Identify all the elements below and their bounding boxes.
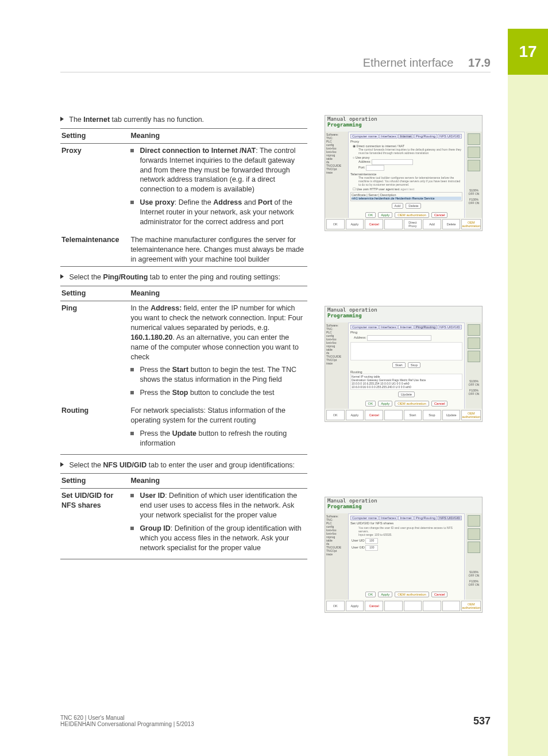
screenshot-internet-tab: Manual operation Programming Software: T…: [325, 115, 483, 231]
bullet-icon: [60, 117, 64, 121]
right-toolbar[interactable]: S100% OFF ON F100% OFF ON: [466, 132, 482, 219]
chapter-tab: 17: [508, 29, 548, 75]
file-tree[interactable]: Software: TNC: PLC config lost+fou lost+…: [325, 132, 349, 219]
proxy-direct-item: Direct connection to Internet /NAT: The …: [130, 146, 306, 194]
section-number: 17.9: [468, 56, 491, 69]
screenshot-nfs-uid-gid-tab: Manual operation Programming Software:TN…: [325, 497, 483, 613]
page-number: 537: [473, 715, 491, 727]
col-meaning-header: Meaning: [129, 286, 307, 301]
file-tree[interactable]: Software:TNC:PLCconfiglost+foulost+founc…: [325, 513, 349, 601]
stop-button[interactable]: Stop: [408, 362, 420, 368]
file-tree[interactable]: Software:TNC:PLCconfiglost+foulost+founc…: [325, 323, 349, 410]
col-setting-header: Setting: [60, 128, 129, 143]
ping-start-item: Press the Start button to begin the test…: [130, 365, 306, 385]
intro-nfs-uid-gid: Select the NFS UID/GID tab to enter the …: [60, 460, 307, 470]
footer-line-1: TNC 620 | User's Manual: [60, 715, 194, 721]
section-title: Ethernet interface: [363, 56, 454, 69]
delete-button[interactable]: Delete: [406, 203, 421, 209]
intro-internet-tab: The Internet tab currently has no functi…: [60, 115, 307, 125]
ok-button[interactable]: OK: [365, 592, 376, 597]
col-setting-header: Setting: [60, 286, 129, 301]
softkey-bar[interactable]: OK Apply Cancel Direct Proxy Add Delete …: [325, 218, 482, 231]
start-button[interactable]: Start: [392, 362, 406, 368]
oem-auth-button[interactable]: OEM authorization: [395, 401, 429, 406]
user-gid-input[interactable]: 100: [365, 545, 378, 551]
setting-uid-gid: Set UID/GID for NFS shares: [60, 489, 129, 559]
meaning-telemaintenance: The machine manufacturer configures the …: [129, 233, 307, 267]
col-meaning-header: Meaning: [129, 128, 307, 143]
ok-button[interactable]: OK: [365, 401, 376, 406]
apply-button[interactable]: Apply: [378, 401, 392, 406]
footer-line-2: HEIDENHAIN Conversational Programming | …: [60, 721, 194, 727]
meaning-uid-gid: User ID: Definition of which user identi…: [129, 489, 307, 559]
right-toolbar[interactable]: S100% OFF ON F100% OFF ON: [466, 513, 482, 601]
softkey-bar[interactable]: OK Apply Cancel OEM authorization: [325, 600, 482, 612]
add-button[interactable]: Add: [392, 203, 404, 209]
setting-ping: Ping: [60, 301, 129, 404]
apply-button[interactable]: Apply: [378, 592, 392, 597]
cancel-button[interactable]: Cancel: [431, 401, 448, 406]
routing-update-item: Press the Update button to refresh the r…: [130, 429, 306, 448]
proxy-useproxy-item: Use proxy: Define the Address and Port o…: [130, 198, 306, 227]
side-stripe: [508, 75, 548, 756]
proxy-section-label: Proxy: [350, 140, 462, 143]
table-proxy-telemaintenance: Setting Meaning Proxy Direct connection …: [60, 128, 307, 267]
bullet-icon: [60, 462, 64, 467]
group-id-item: Group ID: Definition of the group identi…: [130, 524, 306, 553]
main-content: The Internet tab currently has no functi…: [60, 115, 307, 565]
meaning-routing: For network specialists: Status informat…: [129, 404, 307, 454]
programming-label: Programming: [327, 122, 480, 128]
bullet-icon: [60, 274, 64, 279]
page-header: Ethernet interface 17.9: [60, 56, 491, 72]
intro-ping-routing: Select the Ping/Routing tab to enter the…: [60, 273, 307, 282]
setting-telemaintenance: Telemaintenance: [60, 233, 129, 267]
table-ping-routing: Setting Meaning Ping In the Address: fie…: [60, 286, 307, 454]
table-nfs-uid-gid: Setting Meaning Set UID/GID for NFS shar…: [60, 473, 307, 559]
right-toolbar[interactable]: S100% OFF ON F100% OFF ON: [466, 323, 482, 410]
page-footer: TNC 620 | User's Manual HEIDENHAIN Conve…: [60, 715, 491, 727]
col-meaning-header: Meaning: [129, 474, 307, 489]
update-button[interactable]: Update: [398, 392, 415, 397]
softkey-bar[interactable]: OK Apply Cancel Start Stop Update OEM au…: [325, 409, 482, 421]
cancel-button[interactable]: Cancel: [431, 592, 448, 597]
oem-auth-button[interactable]: OEM authorization: [395, 212, 429, 218]
setting-proxy: Proxy: [60, 143, 129, 233]
dialog-tabs[interactable]: Computer nameInterfacesInternetPing/Rout…: [350, 134, 462, 139]
user-uid-input[interactable]: 100: [365, 538, 378, 544]
screenshot-ping-routing-tab: Manual operation Programming Software:TN…: [325, 306, 483, 422]
figure-column: Manual operation Programming Software: T…: [325, 115, 483, 688]
col-setting-header: Setting: [60, 474, 129, 489]
oem-auth-button[interactable]: OEM authorization: [395, 592, 429, 597]
ping-stop-item: Press the Stop button to conclude the te…: [130, 388, 306, 398]
dialog-tabs[interactable]: Computer nameInterfacesInternetPing/Rout…: [350, 325, 462, 329]
mode-label: Manual operation: [327, 116, 480, 122]
apply-button[interactable]: Apply: [378, 212, 392, 218]
ok-button[interactable]: OK: [365, 212, 376, 218]
meaning-ping: In the Address: field, enter the IP numb…: [129, 301, 307, 404]
cancel-button[interactable]: Cancel: [431, 212, 448, 218]
user-id-item: User ID: Definition of which user identi…: [130, 491, 306, 520]
setting-routing: Routing: [60, 404, 129, 454]
meaning-proxy: Direct connection to Internet /NAT: The …: [129, 143, 307, 233]
dialog-tabs[interactable]: Computer nameInterfacesInternetPing/Rout…: [350, 516, 462, 520]
